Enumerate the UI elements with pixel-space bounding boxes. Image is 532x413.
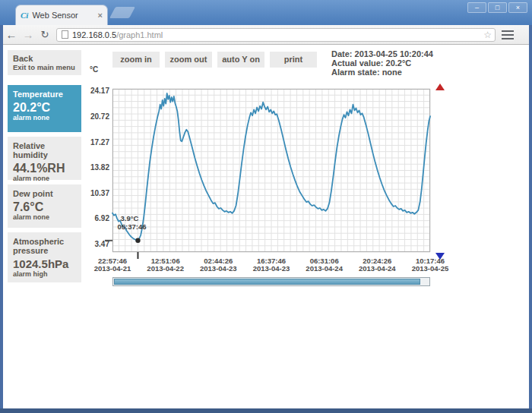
pan-up-icon[interactable]	[435, 84, 445, 90]
chart-scrollbar-thumb[interactable]	[114, 279, 420, 285]
info-value: Actual value: 20.2°C	[331, 58, 433, 68]
chart-plot-area[interactable]: 3.9°C05:37:46	[112, 89, 430, 252]
favicon-logo: Ci	[21, 11, 28, 20]
x-tick-label: 10:17:462013-04-25	[400, 257, 461, 272]
temperature-chart[interactable]: 3.9°C05:37:46	[112, 89, 430, 252]
pan-down-icon[interactable]	[435, 253, 445, 260]
auto-y-button[interactable]: auto Y on	[217, 52, 264, 68]
channel-value: 7.6°C	[13, 200, 76, 213]
x-tick-label: 02:44:262013-04-23	[188, 257, 249, 272]
channel-label: Atmospheric pressure	[13, 237, 76, 255]
channel-alarm: alarm high	[13, 270, 76, 278]
channel-value: 1024.5hPa	[13, 257, 76, 270]
browser-window: Ci Web Sensor × – □ × ← → ↻ 192.168.0.5 …	[0, 0, 532, 413]
zoom-out-button[interactable]: zoom out	[165, 52, 212, 68]
browser-titlebar: Ci Web Sensor × – □ ×	[0, 0, 532, 25]
x-tick-label: 12:51:062013-04-22	[135, 257, 196, 272]
window-controls: – □ ×	[467, 2, 527, 13]
back-sublabel: Exit to main menu	[13, 63, 76, 71]
tab-title: Web Sensor	[32, 11, 94, 20]
reload-icon[interactable]: ↻	[36, 29, 53, 40]
address-bar[interactable]: 192.168.0.5 /graph1.html ☆	[56, 28, 496, 42]
sidebar-item-pressure[interactable]: Atmospheric pressure 1024.5hPa alarm hig…	[8, 232, 81, 282]
web-sensor-page: Back Exit to main menu Temperature 20.2°…	[3, 45, 529, 408]
print-button[interactable]: print	[270, 52, 317, 68]
y-axis-unit: °C	[90, 65, 98, 74]
channel-label: Relative humidity	[13, 141, 76, 159]
forward-icon: →	[20, 28, 36, 41]
maximize-button[interactable]: □	[488, 2, 507, 13]
min-point-marker	[135, 238, 140, 243]
new-tab-button[interactable]	[109, 7, 135, 18]
window-frame	[529, 25, 532, 408]
info-date: Date: 2013-04-25 10:20:44	[331, 49, 433, 58]
y-tick-label: 20.72	[84, 112, 109, 121]
sidebar-item-back[interactable]: Back Exit to main menu	[8, 50, 81, 75]
x-tick-label: 16:37:462013-04-23	[241, 257, 302, 272]
channel-label: Temperature	[13, 90, 76, 99]
min-annotation-value: 3.9°C	[120, 214, 138, 222]
channel-alarm: alarm none	[13, 114, 76, 121]
x-tick-label: 22:57:462013-04-21	[82, 257, 143, 272]
y-tick-label: 24.17	[84, 87, 109, 95]
window-frame	[0, 408, 532, 413]
browser-toolbar: ← → ↻ 192.168.0.5 /graph1.html ☆	[3, 25, 529, 45]
reading-info: Date: 2013-04-25 10:20:44 Actual value: …	[331, 49, 433, 77]
sidebar-item-temperature[interactable]: Temperature 20.2°C alarm none	[8, 85, 81, 132]
y-tick-label: 10.37	[84, 189, 109, 197]
y-tick-label: 17.27	[84, 138, 109, 147]
info-alarm: Alarm state: none	[331, 68, 433, 77]
channel-alarm: alarm none	[13, 175, 76, 182]
x-tick-label: 06:31:062013-04-24	[294, 257, 355, 272]
channel-label: Dew point	[13, 189, 76, 198]
tab-close-icon[interactable]: ×	[98, 11, 103, 20]
back-icon[interactable]: ←	[3, 28, 20, 41]
y-tick-label: 13.82	[84, 163, 109, 172]
menu-icon[interactable]	[502, 30, 514, 39]
chart-scrollbar[interactable]	[112, 277, 430, 286]
bookmark-star-icon[interactable]: ☆	[483, 30, 492, 40]
url-path: /graph1.html	[116, 30, 163, 39]
sidebar-item-dew-point[interactable]: Dew point 7.6°C alarm none	[8, 184, 81, 228]
close-button[interactable]: ×	[508, 2, 527, 13]
channel-alarm: alarm none	[13, 213, 76, 221]
channel-value: 44.1%RH	[13, 162, 76, 175]
page-icon	[62, 30, 68, 39]
minimize-button[interactable]: –	[467, 2, 486, 13]
url-host: 192.168.0.5	[72, 30, 116, 39]
back-label: Back	[13, 54, 76, 63]
min-annotation-time: 05:37:46	[117, 222, 146, 231]
channel-value: 20.2°C	[13, 101, 76, 114]
sidebar-item-humidity[interactable]: Relative humidity 44.1%RH alarm none	[8, 137, 81, 180]
y-tick-label: 3.47	[84, 240, 109, 248]
x-tick-label: 20:24:262013-04-24	[347, 257, 407, 272]
y-tick-label: 6.92	[84, 214, 109, 222]
browser-tab[interactable]: Ci Web Sensor ×	[15, 5, 108, 25]
zoom-in-button[interactable]: zoom in	[112, 52, 160, 68]
